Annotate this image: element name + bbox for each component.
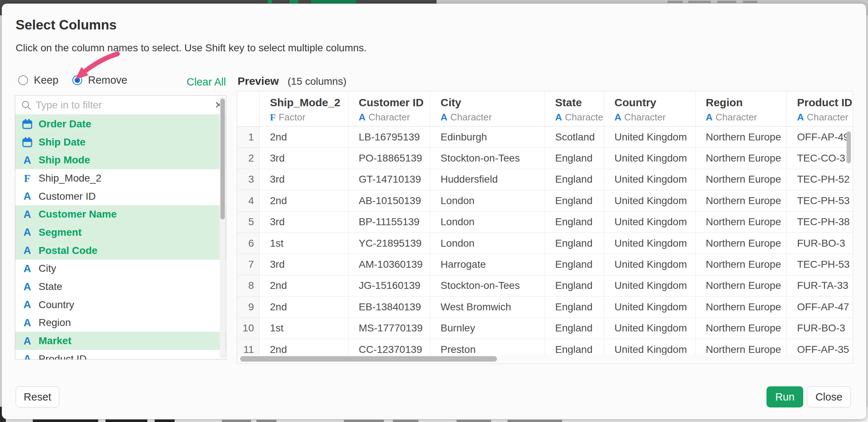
list-item-market[interactable]: AMarket xyxy=(15,332,226,350)
character-type-icon: A xyxy=(21,190,33,203)
table-cell: TEC-PH-38 xyxy=(787,212,853,232)
column-list-scrollbar[interactable] xyxy=(220,96,226,359)
row-number-cell: 8 xyxy=(237,275,259,296)
list-item-label: Segment xyxy=(39,227,81,238)
row-number-header-cell xyxy=(237,91,259,126)
table-cell: United Kingdom xyxy=(604,148,695,168)
row-number-cell: 7 xyxy=(237,254,259,275)
column-name: Ship_Mode_2 xyxy=(270,96,348,109)
type-letter-icon: A xyxy=(797,112,804,123)
keep-radio-label: Keep xyxy=(34,74,59,86)
search-icon xyxy=(21,100,31,110)
list-item-customer-name[interactable]: ACustomer Name xyxy=(15,205,226,223)
column-list-scrollbar-thumb[interactable] xyxy=(220,99,225,219)
list-item-label: Postal Code xyxy=(39,245,97,256)
reset-button[interactable]: Reset xyxy=(16,386,59,407)
table-cell: 3rd xyxy=(259,169,348,190)
table-cell: England xyxy=(545,318,604,339)
table-cell: Burnley xyxy=(430,318,545,339)
column-name: Region xyxy=(706,96,787,109)
calendar-icon xyxy=(21,118,33,130)
column-type: ACharacter xyxy=(614,112,695,123)
horizontal-scrollbar-thumb[interactable] xyxy=(240,356,497,362)
backdrop-text-fragment xyxy=(256,420,276,422)
list-item-region[interactable]: ARegion xyxy=(15,314,226,332)
table-cell: London xyxy=(430,212,545,232)
table-cell: Northern Europe xyxy=(695,190,787,211)
table-cell: FUR-BO-3 xyxy=(787,233,853,254)
type-letter-icon: A xyxy=(555,112,562,123)
vertical-scrollbar-thumb[interactable] xyxy=(847,131,851,163)
character-type-icon: A xyxy=(21,299,33,311)
close-button[interactable]: Close xyxy=(807,386,851,407)
remove-radio-label: Remove xyxy=(88,74,127,86)
factor-type-icon: F xyxy=(21,172,33,184)
type-letter-icon: A xyxy=(614,112,621,123)
table-cell: Northern Europe xyxy=(695,212,787,232)
backdrop-text-fragment xyxy=(393,420,418,422)
row-number-cell: 3 xyxy=(237,169,259,190)
clear-all-link[interactable]: Clear All xyxy=(187,76,226,88)
list-item-order-date[interactable]: Order Date xyxy=(15,115,226,133)
table-header-ship-mode-2: Ship_Mode_2FFactor xyxy=(259,91,348,126)
list-item-label: Ship Date xyxy=(39,136,85,148)
keep-radio-option[interactable]: Keep xyxy=(18,74,59,86)
table-cell: TEC-CO-3 xyxy=(787,148,853,168)
table-cell: London xyxy=(430,233,545,254)
table-row: 23rdPO-18865139Stockton-on-TeesEnglandUn… xyxy=(237,148,853,169)
list-item-product-id[interactable]: AProduct ID xyxy=(15,350,226,359)
table-cell: 3rd xyxy=(259,254,348,275)
character-type-icon: A xyxy=(21,154,33,166)
row-number-cell: 9 xyxy=(237,296,259,317)
table-header-product-id: Product IDACharacter xyxy=(787,91,853,126)
list-item-ship-mode-2[interactable]: FShip_Mode_2 xyxy=(15,169,226,187)
list-item-label: City xyxy=(39,263,56,274)
filter-search-input[interactable] xyxy=(36,99,211,111)
list-item-city[interactable]: ACity xyxy=(15,260,226,278)
remove-radio-option[interactable]: Remove xyxy=(72,74,127,86)
list-item-customer-id[interactable]: ACustomer ID xyxy=(15,187,226,206)
table-cell: Northern Europe xyxy=(695,275,787,296)
list-item-ship-date[interactable]: Ship Date xyxy=(15,133,226,151)
table-cell: Northern Europe xyxy=(695,254,787,275)
table-cell: England xyxy=(545,148,604,168)
list-item-postal-code[interactable]: APostal Code xyxy=(15,242,226,260)
table-cell: Stockton-on-Tees xyxy=(430,148,545,168)
table-cell: GT-14710139 xyxy=(348,169,430,190)
column-type: ACharacter xyxy=(797,112,853,123)
list-item-ship-mode[interactable]: AShip Mode xyxy=(15,151,226,169)
table-cell: 3rd xyxy=(259,148,348,168)
list-item-segment[interactable]: ASegment xyxy=(15,223,226,242)
backdrop-text-fragment xyxy=(668,1,683,3)
table-cell: MS-17770139 xyxy=(348,318,430,339)
column-name: Country xyxy=(614,96,695,109)
keep-radio-icon xyxy=(18,75,28,85)
type-letter-icon: F xyxy=(270,112,276,123)
character-type-icon: A xyxy=(21,208,33,220)
character-type-icon: A xyxy=(21,280,33,293)
backdrop-text-fragment xyxy=(743,1,757,3)
list-item-label: Ship Mode xyxy=(39,154,90,166)
backdrop-text-fragment xyxy=(457,420,491,422)
row-number-cell: 4 xyxy=(237,190,259,211)
backdrop-text-fragment xyxy=(717,1,736,3)
table-cell: OFF-AP-49 xyxy=(787,127,853,147)
backdrop-text-fragment xyxy=(688,1,711,3)
table-cell: England xyxy=(545,296,604,317)
remove-radio-icon-selected xyxy=(72,75,82,85)
table-cell: 2nd xyxy=(259,127,348,147)
table-row: 53rdBP-11155139LondonEnglandUnited Kingd… xyxy=(237,212,853,233)
table-row: 33rdGT-14710139HuddersfieldEnglandUnited… xyxy=(237,169,853,190)
row-number-cell: 10 xyxy=(237,318,259,339)
table-row: 92ndEB-13840139West BromwichEnglandUnite… xyxy=(237,296,853,318)
table-cell: 3rd xyxy=(259,212,348,232)
table-cell: London xyxy=(430,190,545,211)
run-button[interactable]: Run xyxy=(767,386,803,407)
backdrop-text-fragment xyxy=(33,419,98,422)
table-row: 61stYC-21895139LondonEnglandUnited Kingd… xyxy=(237,233,853,254)
table-cell: United Kingdom xyxy=(604,127,695,147)
backdrop-text-fragment xyxy=(222,420,251,422)
list-item-state[interactable]: AState xyxy=(15,278,226,296)
table-cell: Northern Europe xyxy=(695,296,787,317)
list-item-country[interactable]: ACountry xyxy=(15,296,226,314)
